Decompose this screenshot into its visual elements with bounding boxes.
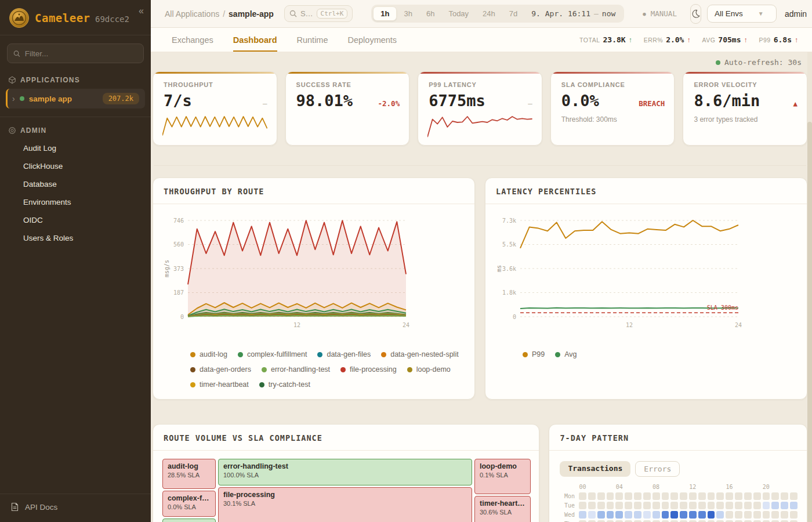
legend-item-avg[interactable]: Avg bbox=[555, 350, 577, 358]
applications-header-label: APPLICATIONS bbox=[20, 76, 80, 84]
heatmap-cell bbox=[781, 502, 788, 509]
treemap-sla-value: 30.6% SLA bbox=[480, 509, 525, 516]
heatmap-cell bbox=[670, 511, 678, 519]
legend-item-audit-log[interactable]: audit-log bbox=[190, 350, 227, 358]
sidebar-item-api-docs[interactable]: API Docs bbox=[0, 494, 151, 522]
kpi-value: 8.6/min bbox=[694, 92, 760, 110]
sidebar-item-users-roles[interactable]: Users & Roles bbox=[0, 229, 151, 247]
kpi-delta: -2.0% bbox=[378, 99, 400, 108]
time-range-3h[interactable]: 3h bbox=[397, 7, 419, 20]
scrollbar-thumb[interactable] bbox=[807, 122, 812, 522]
sidebar-item-sample-app[interactable]: › sample app 207.2k bbox=[6, 89, 145, 108]
time-range-1h[interactable]: 1h bbox=[373, 6, 397, 21]
sidebar-collapse-icon[interactable]: « bbox=[139, 6, 144, 16]
heatmap-cell bbox=[607, 502, 614, 509]
manual-refresh-button[interactable]: ● MANUAL bbox=[636, 5, 684, 22]
sidebar-item-database[interactable]: Database bbox=[0, 175, 151, 193]
heatmap-cell bbox=[708, 502, 715, 509]
treemap-box-complex-fulfillment[interactable]: complex-fulfillment0.0% SLA bbox=[162, 491, 216, 517]
heatmap-cell bbox=[643, 492, 651, 500]
time-range-7d[interactable]: 7d bbox=[502, 7, 524, 20]
heatmap-row-tue: Tue bbox=[559, 502, 798, 509]
heatmap-cell bbox=[662, 502, 669, 509]
legend-item-timer-heartbeat[interactable]: timer-heartbeat bbox=[190, 380, 249, 389]
heatmap-cell bbox=[744, 511, 752, 519]
treemap-box-error-handling-test[interactable]: error-handling-test100.0% SLA bbox=[218, 459, 472, 485]
legend-item-data-gen-nested-split[interactable]: data-gen-nested-split bbox=[381, 350, 458, 358]
date-range-display[interactable]: 9. Apr. 16:11–now bbox=[524, 9, 622, 18]
legend-item-try-catch-test[interactable]: try-catch-test bbox=[259, 380, 310, 389]
heatmap-cell bbox=[588, 502, 596, 509]
legend-item-data-gen-files[interactable]: data-gen-files bbox=[317, 350, 371, 358]
treemap-box-timer-heartbeat[interactable]: timer-heartbeat30.6% SLA bbox=[474, 496, 531, 522]
heatmap-cell bbox=[597, 502, 605, 509]
card-accent-bar bbox=[551, 72, 675, 74]
trend-arrow-icon: ↑ bbox=[629, 36, 632, 44]
treemap-sla-value: 28.5% SLA bbox=[168, 472, 211, 478]
svg-text:1.8k: 1.8k bbox=[502, 289, 516, 296]
heatmap-cell bbox=[579, 502, 586, 509]
heatmap-cell bbox=[615, 492, 623, 500]
time-range-today[interactable]: Today bbox=[441, 7, 476, 20]
heatmap-cell bbox=[579, 511, 586, 519]
dark-mode-toggle[interactable] bbox=[690, 4, 701, 24]
heatmap-cell bbox=[771, 511, 779, 519]
legend-item-loop-demo[interactable]: loop-demo bbox=[407, 365, 451, 374]
svg-text:5.5k: 5.5k bbox=[502, 241, 516, 248]
status-dot-green bbox=[20, 96, 24, 101]
legend-item-data-gen-orders[interactable]: data-gen-orders bbox=[190, 365, 251, 374]
trend-arrow-icon: ↑ bbox=[687, 36, 690, 44]
tab-dashboard[interactable]: Dashboard bbox=[233, 28, 277, 52]
heatmap-cell bbox=[771, 502, 779, 509]
time-range-6h[interactable]: 6h bbox=[419, 7, 441, 20]
tab-deployments[interactable]: Deployments bbox=[348, 28, 397, 52]
route-volume-sla-panel: ROUTE VOLUME VS SLA COMPLIANCE audit-log… bbox=[153, 424, 539, 522]
heatmap-row-wed: Wed bbox=[559, 511, 798, 519]
legend-item-p99[interactable]: P99 bbox=[523, 350, 545, 358]
chevron-right-icon[interactable]: › bbox=[12, 94, 15, 103]
svg-text:24: 24 bbox=[735, 322, 742, 328]
sidebar-item-oidc[interactable]: OIDC bbox=[0, 211, 151, 229]
sidebar-filter[interactable] bbox=[7, 44, 144, 63]
sidebar-item-audit-log[interactable]: Audit Log bbox=[0, 139, 151, 157]
treemap-box-file-processing[interactable]: file-processing30.1% SLA bbox=[218, 487, 472, 522]
toggle-errors[interactable]: Errors bbox=[635, 461, 680, 477]
tab-runtime[interactable]: Runtime bbox=[297, 28, 328, 52]
legend-item-complex-fulfillment[interactable]: complex-fulfillment bbox=[238, 350, 307, 358]
kpi-value: 6775ms bbox=[429, 92, 485, 110]
legend-dot bbox=[238, 352, 243, 357]
breadcrumb-root[interactable]: All Applications bbox=[165, 9, 219, 19]
tab-exchanges[interactable]: Exchanges bbox=[172, 28, 213, 52]
sidebar-item-environments[interactable]: Environments bbox=[0, 193, 151, 211]
breadcrumb: All Applications / sample-app bbox=[165, 9, 274, 19]
document-icon bbox=[10, 502, 19, 512]
latency-percentiles-panel: LATENCY PERCENTILES 01.8k3.6k5.5k7.3k122… bbox=[485, 177, 807, 400]
heatmap-cell bbox=[735, 502, 742, 509]
logo-text: Cameleer bbox=[35, 12, 90, 24]
heatmap-cell bbox=[588, 511, 596, 519]
user-menu[interactable]: admin bbox=[785, 9, 807, 19]
treemap-box-data-gen-files[interactable]: data-gen-files100.0% SLA bbox=[162, 519, 216, 522]
kpi-delta: – bbox=[263, 99, 267, 108]
heatmap-cell bbox=[698, 502, 706, 509]
card-accent-bar bbox=[683, 72, 807, 74]
time-range-24h[interactable]: 24h bbox=[476, 7, 502, 20]
legend-dot bbox=[190, 352, 195, 357]
heatmap-cell bbox=[607, 492, 614, 500]
auto-refresh-label: Auto-refresh: 30s bbox=[724, 58, 802, 67]
treemap-box-loop-demo[interactable]: loop-demo0.1% SLA bbox=[474, 459, 531, 494]
heatmap-cell bbox=[698, 511, 706, 519]
environment-select[interactable]: All Envs ▼ bbox=[707, 5, 777, 23]
seven-day-pattern-panel: 7-DAY PATTERN TransactionsErrors 0004081… bbox=[549, 424, 807, 522]
legend-item-error-handling-test[interactable]: error-handling-test bbox=[262, 365, 330, 374]
legend-item-file-processing[interactable]: file-processing bbox=[340, 365, 397, 374]
toggle-transactions[interactable]: Transactions bbox=[560, 461, 630, 477]
treemap-sla-value: 30.1% SLA bbox=[223, 500, 467, 507]
heatmap-cell bbox=[735, 511, 742, 519]
global-search[interactable]: S… Ctrl+K bbox=[284, 5, 353, 22]
scrollbar-track[interactable] bbox=[807, 52, 812, 522]
filter-input[interactable] bbox=[25, 49, 137, 58]
treemap-box-audit-log[interactable]: audit-log28.5% SLA bbox=[162, 459, 216, 489]
treemap-route-name: error-handling-test bbox=[223, 462, 467, 470]
sidebar-item-clickhouse[interactable]: ClickHouse bbox=[0, 157, 151, 175]
